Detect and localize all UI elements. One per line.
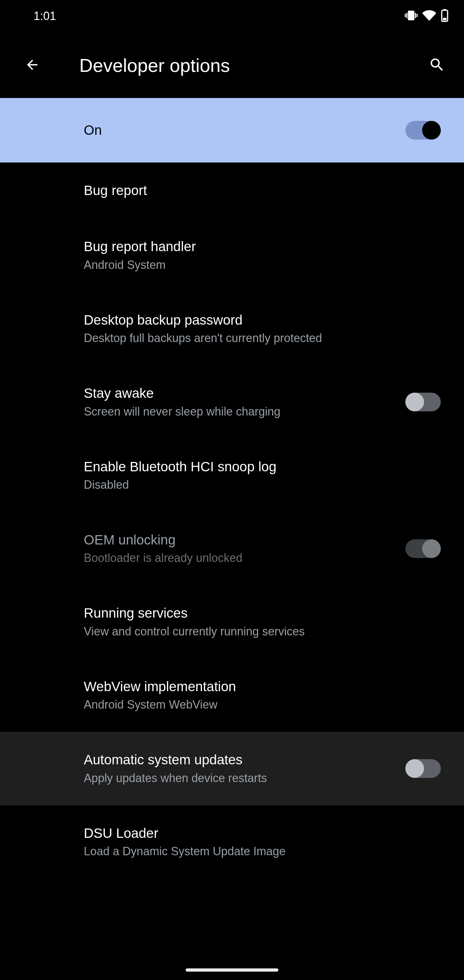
search-icon (429, 56, 445, 74)
item-title: Desktop backup password (84, 312, 441, 328)
item-subtitle: Screen will never sleep while charging (84, 404, 405, 419)
search-button[interactable] (425, 54, 448, 77)
svg-rect-1 (443, 9, 446, 11)
master-toggle-label: On (84, 123, 102, 138)
item-subtitle: Android System WebView (84, 697, 441, 712)
back-button[interactable] (21, 54, 44, 77)
wifi-icon (422, 8, 436, 24)
home-indicator[interactable] (186, 968, 278, 972)
item-oem-unlocking: OEM unlocking Bootloader is already unlo… (0, 512, 464, 585)
item-title: OEM unlocking (84, 532, 405, 548)
oem-unlocking-switch (405, 539, 441, 558)
item-subtitle: Load a Dynamic System Update Image (84, 844, 441, 859)
settings-list: Bug report Bug report handler Android Sy… (0, 162, 464, 878)
item-subtitle: Apply updates when device restarts (84, 771, 405, 785)
page-title: Developer options (79, 54, 390, 76)
item-dsu-loader[interactable]: DSU Loader Load a Dynamic System Update … (0, 805, 464, 878)
item-title: Bug report (84, 183, 441, 199)
battery-icon (441, 9, 448, 23)
item-subtitle: Disabled (84, 477, 441, 492)
item-running-services[interactable]: Running services View and control curren… (0, 585, 464, 658)
master-toggle-switch[interactable] (405, 121, 441, 140)
item-title: Running services (84, 605, 441, 621)
svg-rect-2 (443, 18, 447, 20)
item-bt-hci-snoop[interactable]: Enable Bluetooth HCI snoop log Disabled (0, 439, 464, 512)
item-title: DSU Loader (84, 825, 441, 842)
status-bar: 1:01 (0, 0, 464, 32)
item-bug-report-handler[interactable]: Bug report handler Android System (0, 219, 464, 292)
item-stay-awake[interactable]: Stay awake Screen will never sleep while… (0, 365, 464, 438)
item-title: Stay awake (84, 385, 405, 401)
auto-updates-switch[interactable] (405, 759, 441, 778)
status-time: 1:01 (33, 10, 56, 23)
arrow-back-icon (24, 57, 40, 73)
item-subtitle: Desktop full backups aren't currently pr… (84, 331, 441, 345)
item-title: WebView implementation (84, 679, 441, 695)
status-icons (405, 8, 448, 24)
item-title: Enable Bluetooth HCI snoop log (84, 459, 441, 475)
item-subtitle: Android System (84, 258, 441, 272)
item-bug-report[interactable]: Bug report (0, 162, 464, 219)
item-subtitle: View and control currently running servi… (84, 624, 441, 639)
item-title: Automatic system updates (84, 752, 405, 768)
app-bar: Developer options (0, 32, 464, 98)
item-subtitle: Bootloader is already unlocked (84, 550, 405, 565)
master-toggle-row[interactable]: On (0, 98, 464, 162)
vibrate-icon (405, 9, 418, 23)
item-title: Bug report handler (84, 239, 441, 255)
item-desktop-backup-password[interactable]: Desktop backup password Desktop full bac… (0, 292, 464, 365)
stay-awake-switch[interactable] (405, 393, 441, 411)
item-auto-system-updates[interactable]: Automatic system updates Apply updates w… (0, 732, 464, 805)
item-webview-impl[interactable]: WebView implementation Android System We… (0, 659, 464, 732)
